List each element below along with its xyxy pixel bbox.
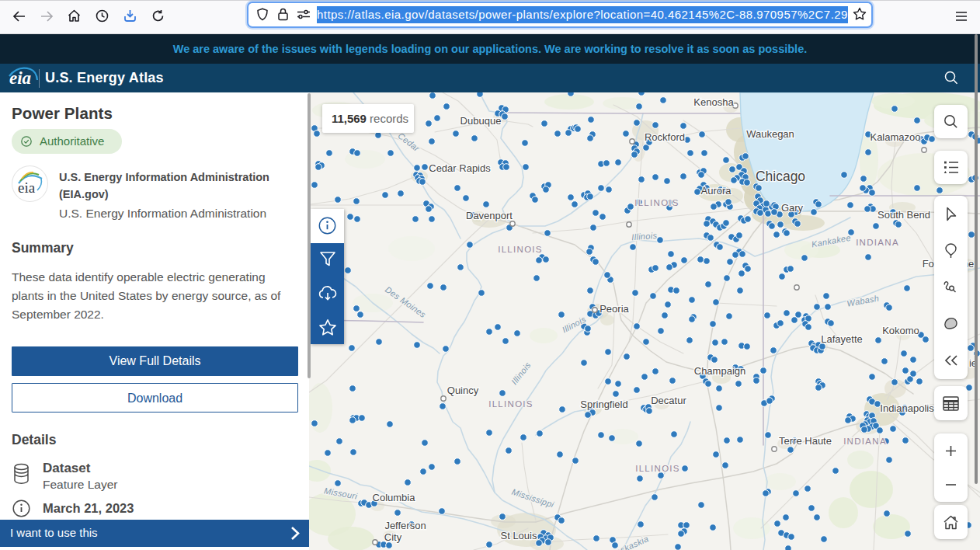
svg-text:City: City bbox=[384, 531, 402, 543]
svg-text:Waukegan: Waukegan bbox=[746, 128, 794, 140]
svg-text:St Louis: St Louis bbox=[501, 530, 537, 541]
svg-text:Indianapolis: Indianapolis bbox=[880, 402, 934, 414]
svg-text:ILLINOIS: ILLINOIS bbox=[634, 198, 679, 207]
svg-text:INDIANA: INDIANA bbox=[856, 238, 899, 247]
svg-text:Aurora: Aurora bbox=[700, 185, 732, 197]
svg-text:Champaign: Champaign bbox=[694, 365, 746, 377]
svg-text:Terre Haute: Terre Haute bbox=[779, 435, 832, 447]
svg-text:Quincy: Quincy bbox=[447, 385, 479, 396]
svg-text:Springfield: Springfield bbox=[580, 399, 627, 410]
svg-text:Dubuque: Dubuque bbox=[460, 115, 502, 127]
svg-text:Kokomo: Kokomo bbox=[882, 325, 919, 336]
svg-text:Kenosha: Kenosha bbox=[693, 96, 734, 108]
svg-text:South Bend: South Bend bbox=[877, 209, 930, 221]
svg-text:Columbia: Columbia bbox=[373, 492, 416, 503]
svg-text:INDIANA: INDIANA bbox=[843, 437, 887, 446]
svg-text:ILLINOIS: ILLINOIS bbox=[488, 399, 533, 409]
svg-text:Chicago: Chicago bbox=[756, 169, 805, 184]
svg-text:Kalamazoo: Kalamazoo bbox=[870, 131, 920, 143]
svg-text:Lafayette: Lafayette bbox=[821, 333, 863, 345]
svg-text:ILLINOIS: ILLINOIS bbox=[498, 245, 543, 254]
svg-text:Illinois: Illinois bbox=[631, 231, 658, 242]
svg-text:Rockford: Rockford bbox=[645, 131, 685, 143]
svg-text:Cedar Rapids: Cedar Rapids bbox=[429, 162, 491, 174]
svg-text:Jefferson: Jefferson bbox=[384, 520, 426, 531]
svg-text:Peoria: Peoria bbox=[599, 303, 629, 315]
svg-text:Davenport: Davenport bbox=[466, 210, 513, 221]
svg-text:Decatur: Decatur bbox=[651, 395, 686, 406]
svg-text:eia: eia bbox=[18, 179, 36, 196]
svg-text:ILLINOIS: ILLINOIS bbox=[635, 464, 680, 473]
svg-text:Gary: Gary bbox=[781, 202, 804, 214]
